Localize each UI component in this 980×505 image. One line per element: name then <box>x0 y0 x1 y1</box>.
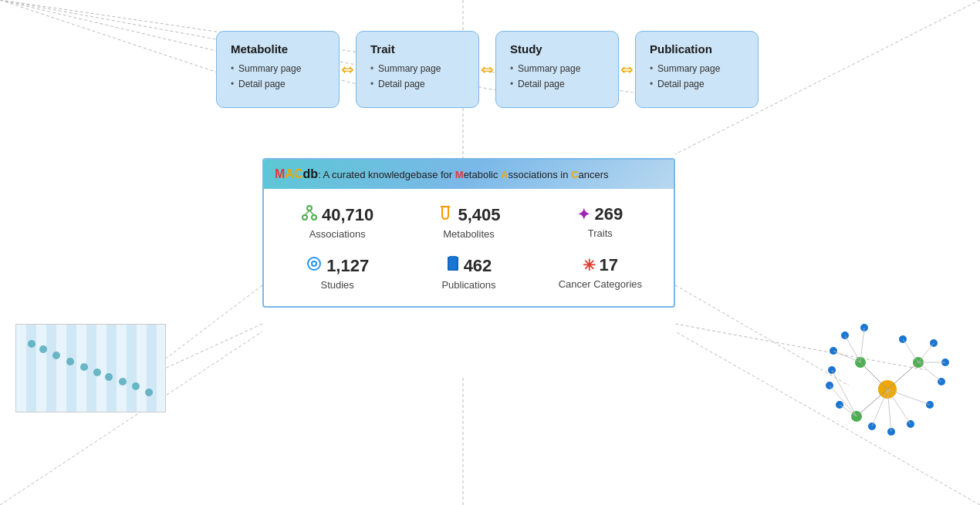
associations-label: Associations <box>309 228 366 240</box>
arrow-1: ⇔ <box>340 60 356 79</box>
svg-line-73 <box>887 389 911 424</box>
nav-box-publication[interactable]: Publication Summary page Detail page <box>635 31 759 108</box>
publications-number: 462 <box>464 256 492 276</box>
nav-box-study-title: Study <box>510 42 604 56</box>
traits-icon: ✦ <box>577 205 590 224</box>
brand-letter-C: C <box>294 167 303 180</box>
svg-point-39 <box>132 382 140 390</box>
publications-label: Publications <box>441 279 495 291</box>
publication-summary-link[interactable]: Summary page <box>650 63 744 74</box>
svg-point-37 <box>105 373 113 381</box>
svg-point-19 <box>308 258 320 270</box>
svg-line-4 <box>150 285 262 370</box>
svg-rect-28 <box>106 325 117 412</box>
svg-line-72 <box>887 389 930 405</box>
brand-letter-M: M <box>275 167 285 180</box>
studies-number: 1,127 <box>326 256 369 276</box>
study-summary-link[interactable]: Summary page <box>510 63 604 74</box>
svg-point-20 <box>312 261 316 266</box>
svg-point-33 <box>52 352 60 359</box>
svg-line-71 <box>832 370 857 416</box>
svg-point-34 <box>66 358 74 365</box>
svg-rect-26 <box>66 325 76 412</box>
traits-label: Traits <box>588 227 613 239</box>
svg-point-36 <box>93 369 101 376</box>
metabolite-summary-link[interactable]: Summary page <box>231 63 325 74</box>
svg-line-16 <box>305 210 309 215</box>
svg-line-63 <box>845 335 860 362</box>
trait-detail-link[interactable]: Detail page <box>370 79 465 89</box>
svg-rect-25 <box>46 325 56 412</box>
publication-detail-link[interactable]: Detail page <box>650 79 744 89</box>
nav-box-study[interactable]: Study Summary page Detail page <box>495 31 619 108</box>
svg-point-31 <box>28 340 35 348</box>
nav-box-metabolite[interactable]: Metabolite Summary page Detail page <box>216 31 340 108</box>
svg-rect-30 <box>147 325 157 412</box>
publications-icon <box>446 255 460 276</box>
svg-line-60 <box>887 362 918 389</box>
cancer-label: Cancer Categories <box>559 278 642 290</box>
svg-point-38 <box>119 378 127 385</box>
stat-cancer: ✳ 17 Cancer Categories <box>535 255 666 291</box>
trait-summary-link[interactable]: Summary page <box>370 63 465 74</box>
svg-point-35 <box>80 363 88 371</box>
svg-point-13 <box>307 206 312 210</box>
study-detail-link[interactable]: Detail page <box>510 79 604 89</box>
stat-traits: ✦ 269 Traits <box>535 204 666 240</box>
svg-point-32 <box>39 345 47 353</box>
brand-letter-A: A <box>285 167 294 180</box>
svg-rect-27 <box>86 325 96 412</box>
svg-line-68 <box>903 339 918 362</box>
nav-boxes-container: Metabolite Summary page Detail page ⇔ Tr… <box>216 31 759 108</box>
nav-box-publication-title: Publication <box>650 42 744 56</box>
nav-box-trait[interactable]: Trait Summary page Detail page <box>356 31 479 108</box>
svg-line-59 <box>860 362 887 389</box>
stats-grid: 40,710 Associations 5,405 Metabolites ✦ … <box>264 189 674 306</box>
scatter-plot <box>15 324 166 412</box>
svg-line-61 <box>857 389 887 416</box>
svg-rect-29 <box>127 325 137 412</box>
svg-rect-22 <box>449 256 457 269</box>
cancer-number: 17 <box>600 255 618 275</box>
metabolites-icon <box>437 204 454 225</box>
svg-point-40 <box>145 389 153 396</box>
svg-line-70 <box>830 385 857 416</box>
svg-rect-24 <box>26 325 36 412</box>
metabolites-label: Metabolites <box>443 228 494 240</box>
stat-publications: 462 Publications <box>403 255 534 291</box>
arrow-3: ⇔ <box>619 60 635 79</box>
stat-associations: 40,710 Associations <box>272 204 403 240</box>
svg-line-65 <box>918 343 934 362</box>
metabolites-number: 5,405 <box>458 205 500 225</box>
svg-line-17 <box>309 210 314 215</box>
svg-line-75 <box>872 389 887 426</box>
network-graph <box>810 305 965 459</box>
associations-number: 40,710 <box>322 205 373 225</box>
central-info-box: MACdb: A curated knowledgebase for Metab… <box>262 158 675 308</box>
stat-studies: 1,127 Studies <box>272 255 403 291</box>
brand-header: MACdb: A curated knowledgebase for Metab… <box>264 160 674 189</box>
svg-point-14 <box>302 215 307 220</box>
nav-box-trait-title: Trait <box>370 42 465 56</box>
nav-box-metabolite-title: Metabolite <box>231 42 325 56</box>
metabolite-detail-link[interactable]: Detail page <box>231 79 325 89</box>
cancer-icon: ✳ <box>583 256 596 274</box>
arrow-2: ⇔ <box>479 60 495 79</box>
stat-metabolites: 5,405 Metabolites <box>403 204 534 240</box>
svg-line-62 <box>833 351 860 362</box>
associations-icon <box>301 204 318 225</box>
svg-line-64 <box>860 328 864 362</box>
brand-tagline: : A curated knowledgebase for Metabolic … <box>318 169 609 180</box>
studies-label: Studies <box>320 279 353 291</box>
traits-number: 269 <box>594 204 623 224</box>
studies-icon <box>306 255 323 276</box>
brand-rest: db <box>302 167 318 180</box>
svg-point-15 <box>312 215 316 220</box>
svg-line-67 <box>918 362 941 382</box>
